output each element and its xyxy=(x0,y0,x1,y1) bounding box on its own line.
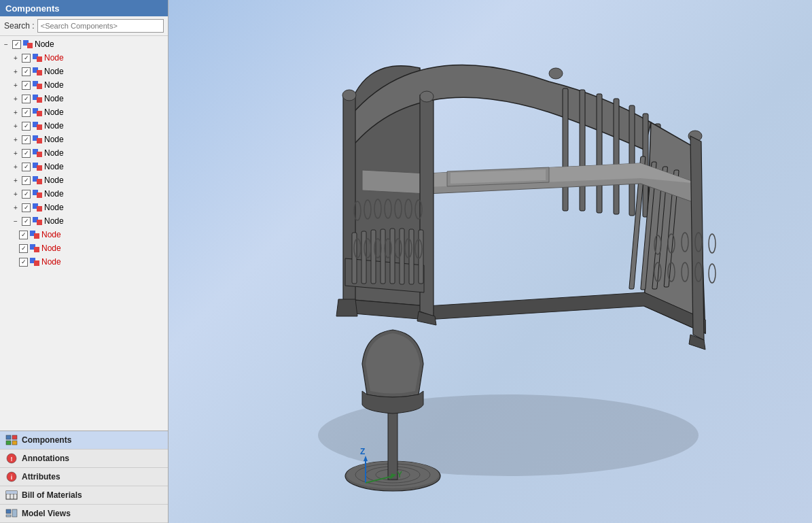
tab-attributes-label: Attributes xyxy=(22,472,60,482)
item-label: Node xyxy=(44,203,64,212)
tab-annotations[interactable]: ! Annotations xyxy=(0,450,168,468)
svg-point-33 xyxy=(420,91,434,102)
item-checkbox[interactable]: ✓ xyxy=(22,122,31,131)
svg-point-67 xyxy=(709,264,716,283)
tab-components[interactable]: Components xyxy=(0,431,168,450)
item-label: Node xyxy=(44,121,64,131)
tree-root-item[interactable]: − ✓ Node xyxy=(0,37,168,51)
item-label: Node xyxy=(44,53,64,63)
item-checkbox[interactable]: ✓ xyxy=(22,54,31,63)
svg-point-32 xyxy=(342,90,356,101)
item-label: Node xyxy=(44,135,64,144)
item-comp-icon xyxy=(32,107,43,117)
svg-rect-0 xyxy=(6,435,11,439)
svg-text:!: ! xyxy=(11,456,13,462)
root-checkbox[interactable]: ✓ xyxy=(12,40,21,49)
svg-rect-40 xyxy=(390,229,395,284)
3d-model-view: Z Y xyxy=(169,0,812,523)
list-item[interactable]: + ✓ Node xyxy=(0,105,168,119)
item-comp-icon xyxy=(32,148,43,158)
list-item[interactable]: + ✓ Node xyxy=(0,173,168,187)
collapse-icon: − xyxy=(1,41,11,48)
expand-icon: + xyxy=(11,54,20,62)
item-checkbox[interactable]: ✓ xyxy=(22,190,31,199)
svg-point-34 xyxy=(549,68,563,79)
list-item[interactable]: + ✓ Node xyxy=(0,65,168,78)
item-comp-icon xyxy=(32,94,43,103)
list-item[interactable]: ✓ Node xyxy=(0,255,168,269)
panel-title: Components xyxy=(5,3,59,14)
item-label: Node xyxy=(44,107,64,117)
expand-icon: + xyxy=(11,177,20,184)
item-label: Node xyxy=(44,94,64,103)
list-item[interactable]: + ✓ Node xyxy=(0,187,168,201)
svg-rect-12 xyxy=(6,491,17,494)
svg-point-62 xyxy=(709,234,716,253)
left-panel: Components Search : − ✓ Node + ✓ Node + … xyxy=(0,0,169,523)
list-item[interactable]: + ✓ Node xyxy=(0,160,168,173)
search-label: Search : xyxy=(4,21,35,31)
item-checkbox[interactable]: ✓ xyxy=(19,231,28,239)
item-label: Node xyxy=(44,216,64,226)
item-checkbox[interactable]: ✓ xyxy=(19,258,28,267)
list-item[interactable]: + ✓ Node xyxy=(0,146,168,160)
expand-icon: + xyxy=(11,95,20,103)
list-item[interactable]: + ✓ Node xyxy=(0,201,168,214)
table-icon xyxy=(5,490,18,501)
item-checkbox[interactable]: ✓ xyxy=(22,176,31,185)
svg-rect-38 xyxy=(371,230,376,284)
item-comp-icon xyxy=(32,53,43,63)
svg-rect-13 xyxy=(6,509,11,513)
svg-rect-37 xyxy=(361,231,366,284)
tab-components-label: Components xyxy=(22,435,71,445)
list-item[interactable]: + ✓ Node xyxy=(0,92,168,105)
item-comp-icon xyxy=(29,243,40,253)
svg-text:Z: Z xyxy=(360,447,365,456)
list-item[interactable]: + ✓ Node xyxy=(0,78,168,92)
item-checkbox[interactable]: ✓ xyxy=(22,149,31,158)
info-icon: i xyxy=(5,471,18,482)
list-item[interactable]: − ✓ Node xyxy=(0,214,168,228)
expand-icon: + xyxy=(11,109,20,116)
expand-icon: + xyxy=(11,136,20,144)
search-bar: Search : xyxy=(0,16,168,36)
list-item[interactable]: + ✓ Node xyxy=(0,133,168,146)
item-checkbox[interactable]: ✓ xyxy=(22,135,31,144)
bottom-tabs: Components ! Annotations i Attributes xyxy=(0,431,168,523)
tab-attributes[interactable]: i Attributes xyxy=(0,468,168,486)
svg-rect-17 xyxy=(563,88,568,211)
item-checkbox[interactable]: ✓ xyxy=(22,81,31,90)
panel-header: Components xyxy=(0,0,168,16)
search-input[interactable] xyxy=(37,19,164,33)
tag-icon: ! xyxy=(5,453,18,464)
expand-icon: + xyxy=(11,190,20,198)
item-comp-icon xyxy=(32,162,43,171)
svg-rect-18 xyxy=(580,90,585,211)
item-comp-icon xyxy=(32,175,43,185)
item-checkbox[interactable]: ✓ xyxy=(22,95,31,103)
list-item[interactable]: ✓ Node xyxy=(0,228,168,241)
item-checkbox[interactable]: ✓ xyxy=(22,163,31,171)
list-item[interactable]: ✓ Node xyxy=(0,241,168,255)
tab-bill-of-materials[interactable]: Bill of Materials xyxy=(0,486,168,505)
item-comp-icon xyxy=(32,135,43,144)
item-checkbox[interactable]: ✓ xyxy=(22,67,31,76)
tab-model-views-label: Model Views xyxy=(22,509,71,518)
grid-icon xyxy=(5,435,18,445)
item-checkbox[interactable]: ✓ xyxy=(22,217,31,226)
item-comp-icon xyxy=(32,216,43,226)
viewport[interactable]: Z Y xyxy=(169,0,812,523)
list-item[interactable]: + ✓ Node xyxy=(0,119,168,133)
svg-rect-3 xyxy=(12,441,17,445)
item-label: Node xyxy=(44,175,64,185)
item-label: Node xyxy=(44,67,64,76)
item-checkbox[interactable]: ✓ xyxy=(19,244,28,253)
tab-model-views[interactable]: Model Views xyxy=(0,505,168,523)
item-label: Node xyxy=(44,80,64,90)
item-checkbox[interactable]: ✓ xyxy=(22,108,31,117)
list-item[interactable]: + ✓ Node xyxy=(0,51,168,65)
collapse-icon: − xyxy=(11,218,20,225)
item-label: Node xyxy=(41,243,61,253)
item-checkbox[interactable]: ✓ xyxy=(22,203,31,212)
svg-rect-19 xyxy=(597,94,602,213)
